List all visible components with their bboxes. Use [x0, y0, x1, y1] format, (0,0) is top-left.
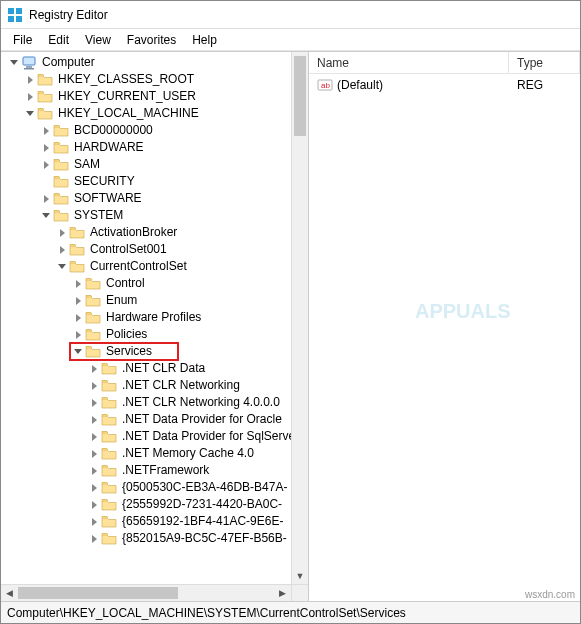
- menu-favorites[interactable]: Favorites: [119, 31, 184, 49]
- folder-icon: [69, 226, 85, 240]
- expand-chevron-icon[interactable]: [87, 535, 101, 543]
- tree-item-label: Services: [104, 343, 154, 360]
- tree-item[interactable]: .NET Data Provider for SqlServer: [3, 428, 308, 445]
- tree-item[interactable]: .NETFramework: [3, 462, 308, 479]
- list-item[interactable]: ab (Default) REG: [309, 76, 580, 94]
- scroll-thumb[interactable]: [294, 56, 306, 136]
- expand-chevron-icon[interactable]: [39, 127, 53, 135]
- tree-horizontal-scrollbar[interactable]: ◀ ▶: [1, 584, 291, 601]
- tree-item[interactable]: {65659192-1BF4-41AC-9E6E-: [3, 513, 308, 530]
- folder-icon: [37, 73, 53, 87]
- tree-item-label: .NET CLR Networking 4.0.0.0: [120, 394, 282, 411]
- tree-item[interactable]: HKEY_LOCAL_MACHINE: [3, 105, 308, 122]
- tree-item-label: .NET CLR Networking: [120, 377, 242, 394]
- tree-item[interactable]: Computer: [3, 54, 308, 71]
- collapse-chevron-icon[interactable]: [55, 264, 69, 269]
- tree-item-label: {0500530C-EB3A-46DB-B47A-: [120, 479, 289, 496]
- tree-item[interactable]: ControlSet001: [3, 241, 308, 258]
- tree-item[interactable]: .NET CLR Data: [3, 360, 308, 377]
- registry-tree[interactable]: ComputerHKEY_CLASSES_ROOTHKEY_CURRENT_US…: [1, 52, 308, 547]
- expand-chevron-icon[interactable]: [39, 195, 53, 203]
- folder-icon: [85, 345, 101, 359]
- expand-chevron-icon[interactable]: [71, 314, 85, 322]
- expand-chevron-icon[interactable]: [87, 416, 101, 424]
- tree-item[interactable]: Hardware Profiles: [3, 309, 308, 326]
- expand-chevron-icon[interactable]: [71, 331, 85, 339]
- tree-item[interactable]: Services: [3, 343, 308, 360]
- menu-view[interactable]: View: [77, 31, 119, 49]
- expand-chevron-icon[interactable]: [23, 76, 37, 84]
- tree-item[interactable]: ActivationBroker: [3, 224, 308, 241]
- tree-item[interactable]: .NET CLR Networking 4.0.0.0: [3, 394, 308, 411]
- expand-chevron-icon[interactable]: [87, 399, 101, 407]
- tree-item[interactable]: {852015A9-BC5C-47EF-B56B-: [3, 530, 308, 547]
- tree-item[interactable]: Control: [3, 275, 308, 292]
- scroll-right-icon[interactable]: ▶: [274, 585, 291, 601]
- folder-icon: [101, 515, 117, 529]
- scroll-left-icon[interactable]: ◀: [1, 585, 18, 601]
- folder-icon: [101, 379, 117, 393]
- computer-icon: [21, 56, 37, 70]
- expand-chevron-icon[interactable]: [87, 467, 101, 475]
- tree-item-label: Control: [104, 275, 147, 292]
- tree-item[interactable]: BCD00000000: [3, 122, 308, 139]
- tree-item-label: HKEY_CURRENT_USER: [56, 88, 198, 105]
- scroll-thumb[interactable]: [18, 587, 178, 599]
- list-header: Name Type: [309, 52, 580, 74]
- status-bar: Computer\HKEY_LOCAL_MACHINE\SYSTEM\Curre…: [1, 601, 580, 623]
- tree-item[interactable]: HKEY_CLASSES_ROOT: [3, 71, 308, 88]
- expand-chevron-icon[interactable]: [87, 518, 101, 526]
- tree-item[interactable]: HKEY_CURRENT_USER: [3, 88, 308, 105]
- expand-chevron-icon[interactable]: [87, 433, 101, 441]
- expand-chevron-icon[interactable]: [87, 365, 101, 373]
- folder-icon: [85, 328, 101, 342]
- scroll-down-icon[interactable]: ▼: [292, 567, 308, 584]
- tree-item-label: .NET CLR Data: [120, 360, 207, 377]
- tree-item[interactable]: Policies: [3, 326, 308, 343]
- column-header-name[interactable]: Name: [309, 52, 509, 73]
- tree-item[interactable]: CurrentControlSet: [3, 258, 308, 275]
- svg-rect-0: [8, 8, 14, 14]
- tree-vertical-scrollbar[interactable]: ▲ ▼: [291, 52, 308, 584]
- collapse-chevron-icon[interactable]: [7, 60, 21, 65]
- expand-chevron-icon[interactable]: [55, 246, 69, 254]
- expand-chevron-icon[interactable]: [87, 450, 101, 458]
- tree-item[interactable]: SAM: [3, 156, 308, 173]
- folder-icon: [85, 311, 101, 325]
- tree-item[interactable]: .NET CLR Networking: [3, 377, 308, 394]
- folder-icon: [101, 464, 117, 478]
- menu-help[interactable]: Help: [184, 31, 225, 49]
- tree-item-label: {852015A9-BC5C-47EF-B56B-: [120, 530, 289, 547]
- window-title: Registry Editor: [29, 8, 574, 22]
- expand-chevron-icon[interactable]: [39, 144, 53, 152]
- expand-chevron-icon[interactable]: [87, 501, 101, 509]
- tree-item-label: HKEY_CLASSES_ROOT: [56, 71, 196, 88]
- folder-icon: [53, 158, 69, 172]
- tree-item[interactable]: SOFTWARE: [3, 190, 308, 207]
- expand-chevron-icon[interactable]: [39, 161, 53, 169]
- tree-item-label: .NET Data Provider for SqlServer: [120, 428, 301, 445]
- menu-edit[interactable]: Edit: [40, 31, 77, 49]
- tree-item[interactable]: .NET Data Provider for Oracle: [3, 411, 308, 428]
- expand-chevron-icon[interactable]: [87, 382, 101, 390]
- menu-file[interactable]: File: [5, 31, 40, 49]
- status-path: Computer\HKEY_LOCAL_MACHINE\SYSTEM\Curre…: [7, 606, 406, 620]
- collapse-chevron-icon[interactable]: [39, 213, 53, 218]
- value-name: (Default): [337, 78, 517, 92]
- tree-item[interactable]: {0500530C-EB3A-46DB-B47A-: [3, 479, 308, 496]
- column-header-type[interactable]: Type: [509, 52, 580, 73]
- folder-icon: [101, 396, 117, 410]
- expand-chevron-icon[interactable]: [87, 484, 101, 492]
- expand-chevron-icon[interactable]: [71, 280, 85, 288]
- expand-chevron-icon[interactable]: [23, 93, 37, 101]
- tree-item[interactable]: Enum: [3, 292, 308, 309]
- expand-chevron-icon[interactable]: [55, 229, 69, 237]
- collapse-chevron-icon[interactable]: [71, 349, 85, 354]
- tree-item[interactable]: HARDWARE: [3, 139, 308, 156]
- tree-item[interactable]: {2555992D-7231-4420-BA0C-: [3, 496, 308, 513]
- collapse-chevron-icon[interactable]: [23, 111, 37, 116]
- tree-item[interactable]: .NET Memory Cache 4.0: [3, 445, 308, 462]
- expand-chevron-icon[interactable]: [71, 297, 85, 305]
- tree-item[interactable]: SECURITY: [3, 173, 308, 190]
- tree-item[interactable]: SYSTEM: [3, 207, 308, 224]
